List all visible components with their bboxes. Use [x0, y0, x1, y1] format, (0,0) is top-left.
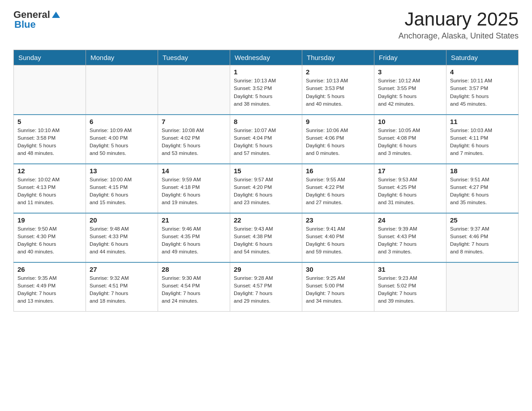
calendar-cell: 4Sunrise: 10:11 AM Sunset: 3:57 PM Dayli…	[446, 65, 519, 115]
logo-triangle-icon	[51, 10, 61, 20]
calendar-cell: 19Sunrise: 9:50 AM Sunset: 4:30 PM Dayli…	[14, 213, 86, 262]
calendar-subtitle: Anchorage, Alaska, United States	[399, 31, 519, 41]
calendar-cell: 3Sunrise: 10:12 AM Sunset: 3:55 PM Dayli…	[374, 65, 446, 115]
day-info: Sunrise: 9:48 AM Sunset: 4:33 PM Dayligh…	[90, 225, 154, 256]
day-info: Sunrise: 10:10 AM Sunset: 3:58 PM Daylig…	[17, 127, 82, 158]
logo-blue: Blue	[14, 19, 36, 30]
calendar-cell: 30Sunrise: 9:25 AM Sunset: 5:00 PM Dayli…	[302, 262, 374, 312]
calendar-cell: 18Sunrise: 9:51 AM Sunset: 4:27 PM Dayli…	[446, 164, 519, 213]
day-number: 2	[306, 68, 370, 76]
calendar-cell: 13Sunrise: 10:00 AM Sunset: 4:15 PM Dayl…	[86, 164, 158, 213]
calendar-cell: 21Sunrise: 9:46 AM Sunset: 4:35 PM Dayli…	[158, 213, 230, 262]
day-info: Sunrise: 10:05 AM Sunset: 4:08 PM Daylig…	[378, 127, 442, 158]
col-thursday: Thursday	[302, 50, 374, 65]
calendar-cell: 14Sunrise: 9:59 AM Sunset: 4:18 PM Dayli…	[158, 164, 230, 213]
calendar-cell: 23Sunrise: 9:41 AM Sunset: 4:40 PM Dayli…	[302, 213, 374, 262]
day-info: Sunrise: 10:03 AM Sunset: 4:11 PM Daylig…	[450, 127, 515, 158]
day-number: 13	[90, 167, 154, 175]
svg-marker-0	[52, 12, 60, 18]
calendar-cell	[14, 65, 86, 115]
col-tuesday: Tuesday	[158, 50, 230, 65]
col-sunday: Sunday	[14, 50, 86, 65]
day-number: 21	[162, 216, 226, 224]
day-number: 16	[306, 167, 370, 175]
day-info: Sunrise: 9:35 AM Sunset: 4:49 PM Dayligh…	[17, 274, 82, 305]
day-number: 4	[450, 68, 515, 76]
calendar-cell: 12Sunrise: 10:02 AM Sunset: 4:13 PM Dayl…	[14, 164, 86, 213]
calendar-cell: 8Sunrise: 10:07 AM Sunset: 4:04 PM Dayli…	[230, 115, 302, 164]
day-number: 22	[234, 216, 298, 224]
calendar-cell: 6Sunrise: 10:09 AM Sunset: 4:00 PM Dayli…	[86, 115, 158, 164]
title-section: January 2025 Anchorage, Alaska, United S…	[399, 9, 519, 41]
col-friday: Friday	[374, 50, 446, 65]
day-info: Sunrise: 9:28 AM Sunset: 4:57 PM Dayligh…	[234, 274, 298, 305]
day-number: 18	[450, 167, 515, 175]
day-number: 17	[378, 167, 442, 175]
calendar-cell: 15Sunrise: 9:57 AM Sunset: 4:20 PM Dayli…	[230, 164, 302, 213]
calendar-cell: 17Sunrise: 9:53 AM Sunset: 4:25 PM Dayli…	[374, 164, 446, 213]
day-info: Sunrise: 9:43 AM Sunset: 4:38 PM Dayligh…	[234, 225, 298, 256]
day-info: Sunrise: 9:32 AM Sunset: 4:51 PM Dayligh…	[90, 274, 154, 305]
day-number: 5	[17, 118, 82, 125]
page-header: General Blue January 2025 Anchorage, Ala…	[13, 9, 519, 41]
calendar-cell: 20Sunrise: 9:48 AM Sunset: 4:33 PM Dayli…	[86, 213, 158, 262]
day-info: Sunrise: 10:12 AM Sunset: 3:55 PM Daylig…	[378, 77, 442, 108]
day-number: 29	[234, 265, 298, 273]
calendar-cell: 31Sunrise: 9:23 AM Sunset: 5:02 PM Dayli…	[374, 262, 446, 312]
day-number: 28	[162, 265, 226, 273]
calendar-cell: 1Sunrise: 10:13 AM Sunset: 3:52 PM Dayli…	[230, 65, 302, 115]
day-info: Sunrise: 10:00 AM Sunset: 4:15 PM Daylig…	[90, 176, 154, 207]
day-info: Sunrise: 10:07 AM Sunset: 4:04 PM Daylig…	[234, 127, 298, 158]
day-info: Sunrise: 9:59 AM Sunset: 4:18 PM Dayligh…	[162, 176, 226, 207]
calendar-cell: 16Sunrise: 9:55 AM Sunset: 4:22 PM Dayli…	[302, 164, 374, 213]
day-info: Sunrise: 9:39 AM Sunset: 4:43 PM Dayligh…	[378, 225, 442, 256]
day-info: Sunrise: 9:30 AM Sunset: 4:54 PM Dayligh…	[162, 274, 226, 305]
calendar-cell: 10Sunrise: 10:05 AM Sunset: 4:08 PM Dayl…	[374, 115, 446, 164]
day-number: 19	[17, 216, 82, 224]
calendar-title: January 2025	[399, 9, 519, 30]
day-number: 3	[378, 68, 442, 76]
calendar-table: Sunday Monday Tuesday Wednesday Thursday…	[13, 50, 519, 312]
calendar-row-2: 5Sunrise: 10:10 AM Sunset: 3:58 PM Dayli…	[14, 115, 519, 164]
calendar-cell	[158, 65, 230, 115]
day-number: 26	[17, 265, 82, 273]
day-number: 11	[450, 118, 515, 125]
day-number: 15	[234, 167, 298, 175]
day-number: 23	[306, 216, 370, 224]
day-number: 24	[378, 216, 442, 224]
calendar-cell: 27Sunrise: 9:32 AM Sunset: 4:51 PM Dayli…	[86, 262, 158, 312]
calendar-cell	[86, 65, 158, 115]
day-info: Sunrise: 9:55 AM Sunset: 4:22 PM Dayligh…	[306, 176, 370, 207]
day-number: 20	[90, 216, 154, 224]
day-number: 31	[378, 265, 442, 273]
calendar-cell	[446, 262, 519, 312]
day-number: 14	[162, 167, 226, 175]
calendar-cell: 28Sunrise: 9:30 AM Sunset: 4:54 PM Dayli…	[158, 262, 230, 312]
day-info: Sunrise: 9:37 AM Sunset: 4:46 PM Dayligh…	[450, 225, 515, 256]
day-info: Sunrise: 10:09 AM Sunset: 4:00 PM Daylig…	[90, 127, 154, 158]
col-monday: Monday	[86, 50, 158, 65]
day-number: 12	[17, 167, 82, 175]
calendar-cell: 2Sunrise: 10:13 AM Sunset: 3:53 PM Dayli…	[302, 65, 374, 115]
day-info: Sunrise: 9:51 AM Sunset: 4:27 PM Dayligh…	[450, 176, 515, 207]
day-info: Sunrise: 9:50 AM Sunset: 4:30 PM Dayligh…	[17, 225, 82, 256]
logo: General Blue	[13, 9, 61, 30]
day-number: 9	[306, 118, 370, 125]
day-info: Sunrise: 9:46 AM Sunset: 4:35 PM Dayligh…	[162, 225, 226, 256]
calendar-cell: 5Sunrise: 10:10 AM Sunset: 3:58 PM Dayli…	[14, 115, 86, 164]
day-number: 25	[450, 216, 515, 224]
day-info: Sunrise: 10:13 AM Sunset: 3:53 PM Daylig…	[306, 77, 370, 108]
day-number: 10	[378, 118, 442, 125]
calendar-cell: 29Sunrise: 9:28 AM Sunset: 4:57 PM Dayli…	[230, 262, 302, 312]
day-number: 1	[234, 68, 298, 76]
day-info: Sunrise: 9:23 AM Sunset: 5:02 PM Dayligh…	[378, 274, 442, 305]
day-number: 7	[162, 118, 226, 125]
header-row: Sunday Monday Tuesday Wednesday Thursday…	[14, 50, 519, 65]
day-info: Sunrise: 9:25 AM Sunset: 5:00 PM Dayligh…	[306, 274, 370, 305]
calendar-row-5: 26Sunrise: 9:35 AM Sunset: 4:49 PM Dayli…	[14, 262, 519, 312]
day-info: Sunrise: 9:57 AM Sunset: 4:20 PM Dayligh…	[234, 176, 298, 207]
day-number: 6	[90, 118, 154, 125]
day-info: Sunrise: 10:13 AM Sunset: 3:52 PM Daylig…	[234, 77, 298, 108]
calendar-row-4: 19Sunrise: 9:50 AM Sunset: 4:30 PM Dayli…	[14, 213, 519, 262]
day-number: 8	[234, 118, 298, 125]
